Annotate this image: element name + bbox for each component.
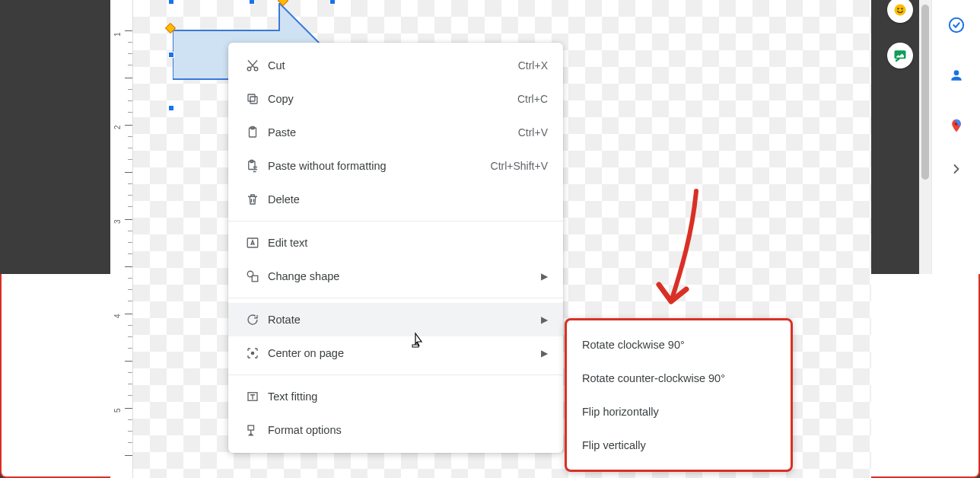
paste-plain-icon <box>242 159 263 173</box>
format-options-icon <box>242 423 263 437</box>
menu-item-rotate[interactable]: Rotate ▶ <box>228 303 563 336</box>
vertical-scrollbar[interactable] <box>919 0 931 274</box>
emoji-reaction-button[interactable] <box>887 0 913 23</box>
copy-icon <box>242 92 263 106</box>
svg-point-0 <box>950 18 963 32</box>
menu-label: Edit text <box>268 237 307 249</box>
maps-icon[interactable] <box>932 100 980 151</box>
menu-item-center-on-page[interactable]: Center on page ▶ <box>228 336 563 370</box>
menu-separator <box>228 374 563 375</box>
app-background: 1 2 3 4 5 <box>0 0 980 478</box>
chevron-right-icon: ▶ <box>541 271 548 282</box>
resize-handle[interactable] <box>168 105 174 111</box>
resize-handle[interactable] <box>168 52 174 58</box>
menu-shortcut: Ctrl+V <box>518 126 548 139</box>
menu-label: Text fitting <box>268 390 317 403</box>
menu-item-cut[interactable]: Cut Ctrl+X <box>228 49 563 82</box>
resize-handle[interactable] <box>329 0 336 5</box>
submenu-label: Rotate counter-clockwise 90° <box>582 372 725 384</box>
rotate-submenu: Rotate clockwise 90° Rotate counter-cloc… <box>565 318 793 472</box>
menu-item-paste-no-format[interactable]: Paste without formatting Ctrl+Shift+V <box>228 149 563 183</box>
submenu-rotate-counter-clockwise[interactable]: Rotate counter-clockwise 90° <box>567 362 791 395</box>
svg-rect-19 <box>248 425 254 430</box>
menu-shortcut: Ctrl+Shift+V <box>491 160 548 172</box>
comment-image-button[interactable] <box>887 43 913 69</box>
resize-handle[interactable] <box>249 0 255 5</box>
rotate-icon <box>242 313 263 327</box>
menu-item-copy[interactable]: Copy Ctrl+C <box>228 82 563 116</box>
submenu-label: Flip horizontally <box>582 406 659 418</box>
svg-point-2 <box>895 5 906 16</box>
menu-item-text-fitting[interactable]: Text fitting <box>228 380 563 413</box>
scrollbar-thumb[interactable] <box>921 5 929 180</box>
svg-point-4 <box>901 8 902 9</box>
menu-label: Delete <box>268 193 300 206</box>
svg-rect-8 <box>250 97 257 104</box>
menu-shortcut: Ctrl+X <box>518 59 548 72</box>
change-shape-icon <box>242 269 263 283</box>
svg-rect-5 <box>895 50 906 59</box>
menu-shortcut: Ctrl+C <box>517 93 548 105</box>
menu-label: Rotate <box>268 314 301 326</box>
ruler-label: 1 <box>113 32 122 37</box>
svg-point-17 <box>251 352 253 354</box>
resize-handle[interactable] <box>168 0 174 5</box>
menu-separator <box>228 221 563 221</box>
menu-item-edit-text[interactable]: Edit text <box>228 226 563 260</box>
menu-label: Paste <box>268 126 296 139</box>
contacts-icon[interactable] <box>932 50 980 100</box>
svg-point-6 <box>247 67 251 71</box>
menu-separator <box>228 298 563 298</box>
ruler-label: 4 <box>113 314 122 318</box>
svg-point-7 <box>254 67 258 71</box>
submenu-flip-vertical[interactable]: Flip vertically <box>567 429 791 462</box>
submenu-rotate-clockwise[interactable]: Rotate clockwise 90° <box>567 328 791 362</box>
side-panel <box>931 0 980 274</box>
text-fitting-icon <box>242 390 263 403</box>
svg-rect-9 <box>248 94 255 101</box>
submenu-flip-horizontal[interactable]: Flip horizontally <box>567 395 791 429</box>
center-icon <box>242 346 263 360</box>
context-menu: Cut Ctrl+X Copy Ctrl+C Paste Ctrl+V Past… <box>228 43 563 453</box>
submenu-label: Rotate clockwise 90° <box>582 339 685 351</box>
menu-label: Change shape <box>268 270 339 282</box>
menu-item-change-shape[interactable]: Change shape ▶ <box>228 260 563 293</box>
menu-item-paste[interactable]: Paste Ctrl+V <box>228 116 563 149</box>
menu-item-format-options[interactable]: Format options <box>228 413 563 447</box>
vertical-ruler: 1 2 3 4 5 <box>110 0 133 478</box>
tasks-icon[interactable] <box>932 0 980 50</box>
menu-label: Format options <box>268 424 342 436</box>
side-panel-expand-icon[interactable] <box>932 151 980 187</box>
ruler-label: 3 <box>113 219 122 224</box>
submenu-label: Flip vertically <box>582 439 646 451</box>
svg-rect-16 <box>252 276 258 282</box>
chevron-right-icon: ▶ <box>541 348 548 358</box>
chevron-right-icon: ▶ <box>541 314 548 325</box>
svg-point-3 <box>897 8 899 9</box>
paste-icon <box>242 126 263 139</box>
cut-icon <box>242 59 263 72</box>
menu-label: Cut <box>268 59 285 72</box>
ruler-label: 5 <box>113 408 122 413</box>
ruler-label: 2 <box>113 125 122 129</box>
menu-item-delete[interactable]: Delete <box>228 183 563 216</box>
delete-icon <box>242 193 263 206</box>
edit-text-icon <box>242 236 263 250</box>
menu-label: Center on page <box>268 347 344 359</box>
menu-label: Copy <box>268 93 294 105</box>
menu-label: Paste without formatting <box>268 160 387 172</box>
